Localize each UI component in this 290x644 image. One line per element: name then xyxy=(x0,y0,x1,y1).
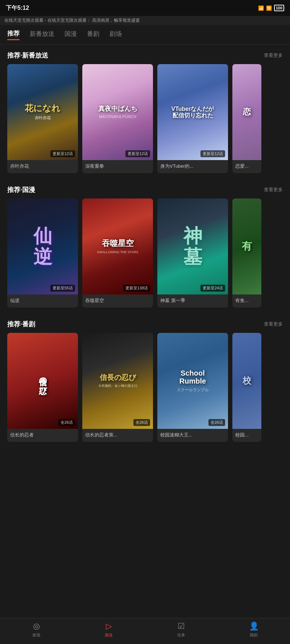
content-area: 推荐·新番放送 查看更多 花になれ 亦叶亦花 更新至12话 亦叶亦花 真夜中ばん… xyxy=(0,45,290,498)
nav-task[interactable]: ☑ 任务 xyxy=(145,622,218,638)
poster-title-xianni: 仙逆 xyxy=(33,226,52,267)
badge-yeyahu: 更新至12话 xyxy=(50,150,75,157)
tab-guoman[interactable]: 国漫 xyxy=(65,30,77,39)
ad-banner: 在线天堂无限次观看 - 在线天堂无限次观看： 高清画质，畅享视觉盛宴 xyxy=(0,16,290,25)
poster-lianai: 恋 xyxy=(232,64,261,160)
title-yeyahu: 亦叶亦花 xyxy=(7,160,78,173)
signal-icon: 📶 xyxy=(258,5,264,11)
channel-icon: ▷ xyxy=(106,622,112,631)
card-tunshi[interactable]: 吞噬星空 SWALLOWING THE STARS 更新至138话 吞噬星空 xyxy=(82,198,153,308)
poster-title-school: SchoolRumble xyxy=(179,369,206,385)
poster-title-nobu2: 信長の忍び xyxy=(100,373,136,381)
nav-tabs: 推荐 新番放送 国漫 番剧 剧场 xyxy=(0,25,290,45)
mine-label: 我的 xyxy=(250,632,258,638)
section-header-guoman: 推荐·国漫 查看更多 xyxy=(0,179,290,198)
card-nobunaga1[interactable]: 信長の忍び 全26话 信长的忍者 xyxy=(7,333,78,442)
badge-school-rumble: 全26话 xyxy=(208,419,225,426)
section-more-new[interactable]: 查看更多 xyxy=(264,52,283,59)
poster-title-tunshi: 吞噬星空 xyxy=(102,239,134,248)
title-school-rumble: 校园迷糊大王... xyxy=(157,429,228,442)
poster-xianni: 仙逆 更新至55话 xyxy=(7,198,78,294)
poster-youxi: 有 xyxy=(232,198,261,294)
poster-nobunaga2: 信長の忍び 大布施戦・金ヶ崎の退き口 全26话 xyxy=(82,333,153,429)
discover-label: 发现 xyxy=(32,632,40,638)
badge-vtuber: 更新至12话 xyxy=(200,150,225,157)
card-school-rumble[interactable]: SchoolRumble スクールランブル 全26话 校园迷糊大王... xyxy=(157,333,228,442)
poster-shenyechongquan: 真夜中ばんち MAYONAKA PUNCH 更新至12话 xyxy=(82,64,153,160)
card-xianni[interactable]: 仙逆 更新至55话 仙逆 xyxy=(7,198,78,308)
title-shenyechongquan: 深夜重拳 xyxy=(82,160,153,173)
title-xiaoyuan2: 校园... xyxy=(232,429,261,442)
guoman-row: 仙逆 更新至55话 仙逆 吞噬星空 SWALLOWING THE STARS 更… xyxy=(0,198,290,313)
status-time: 下午5:12 xyxy=(6,4,29,12)
poster-title-shenmu: 神墓 xyxy=(183,226,202,267)
title-xianni: 仙逆 xyxy=(7,294,78,308)
poster-xiaoyuan2: 校 xyxy=(232,333,261,429)
card-youxi[interactable]: 有 有鱼... xyxy=(232,198,261,308)
card-shenmu[interactable]: 神墓 更新至24话 神墓 第一季 xyxy=(157,198,228,308)
poster-title-vtuber: VTuberなんだが配信切り忘れた xyxy=(171,106,214,118)
title-nobunaga2: 信长的忍者第... xyxy=(82,429,153,442)
nav-discover[interactable]: ◎ 发现 xyxy=(0,622,72,638)
battery-indicator: 100 xyxy=(274,5,284,11)
section-header-new: 推荐·新番放送 查看更多 xyxy=(0,45,290,64)
card-yeyahu[interactable]: 花になれ 亦叶亦花 更新至12话 亦叶亦花 xyxy=(7,64,78,173)
card-xiaoyuan2[interactable]: 校 校园... xyxy=(232,333,261,442)
section-title-new: 推荐·新番放送 xyxy=(7,51,48,60)
badge-xianni: 更新至55话 xyxy=(50,285,75,292)
poster-title-yeyahu: 花になれ xyxy=(25,104,61,113)
tab-new-series[interactable]: 新番放送 xyxy=(30,30,54,39)
title-vtuber: 身为VTuber的... xyxy=(157,160,228,173)
poster-vtuber: VTuberなんだが配信切り忘れた 更新至12话 xyxy=(157,64,228,160)
badge-shenmu: 更新至24话 xyxy=(200,285,225,292)
bottom-nav: ◎ 发现 ▷ 频道 ☑ 任务 👤 我的 xyxy=(0,618,290,644)
poster-shenmu: 神墓 更新至24话 xyxy=(157,198,228,294)
card-nobunaga2[interactable]: 信長の忍び 大布施戦・金ヶ崎の退き口 全26话 信长的忍者第... xyxy=(82,333,153,442)
title-youxi: 有鱼... xyxy=(232,294,261,308)
discover-icon: ◎ xyxy=(33,622,40,631)
tab-theater[interactable]: 剧场 xyxy=(109,30,122,39)
poster-title-youxi: 有 xyxy=(242,241,252,252)
badge-nobunaga1: 全26话 xyxy=(58,419,75,426)
section-header-banju: 推荐·番剧 查看更多 xyxy=(0,313,290,333)
banju-row: 信長の忍び 全26话 信长的忍者 信長の忍び 大布施戦・金ヶ崎の退き口 全26话… xyxy=(0,333,290,448)
poster-title-lianai: 恋 xyxy=(243,108,251,116)
task-icon: ☑ xyxy=(178,622,185,631)
mine-icon: 👤 xyxy=(249,622,259,631)
section-more-guoman[interactable]: 查看更多 xyxy=(264,187,283,193)
poster-title-midnight: 真夜中ばんち xyxy=(98,105,137,113)
title-tunshi: 吞噬星空 xyxy=(82,294,153,308)
tab-recommend[interactable]: 推荐 xyxy=(7,29,20,40)
title-nobunaga1: 信长的忍者 xyxy=(7,429,78,442)
badge-nobunaga2: 全26话 xyxy=(133,419,150,426)
card-shenyechongquan[interactable]: 真夜中ばんち MAYONAKA PUNCH 更新至12话 深夜重拳 xyxy=(82,64,153,173)
title-shenmu: 神墓 第一季 xyxy=(157,294,228,308)
card-vtuber[interactable]: VTuberなんだが配信切り忘れた 更新至12话 身为VTuber的... xyxy=(157,64,228,173)
wifi-icon: 🛜 xyxy=(266,5,272,11)
poster-yeyahu: 花になれ 亦叶亦花 更新至12话 xyxy=(7,64,78,160)
status-bar: 下午5:12 📶 🛜 100 xyxy=(0,0,290,16)
section-more-banju[interactable]: 查看更多 xyxy=(264,321,283,327)
new-series-row: 花になれ 亦叶亦花 更新至12话 亦叶亦花 真夜中ばんち MAYONAKA PU… xyxy=(0,64,290,179)
channel-label: 频道 xyxy=(105,632,113,638)
task-label: 任务 xyxy=(177,632,185,638)
poster-nobunaga1: 信長の忍び 全26话 xyxy=(7,333,78,429)
poster-title-nobu1: 信長の忍び xyxy=(38,372,47,390)
poster-school-rumble: SchoolRumble スクールランブル 全26话 xyxy=(157,333,228,429)
nav-channel[interactable]: ▷ 频道 xyxy=(72,622,145,638)
nav-mine[interactable]: 👤 我的 xyxy=(218,622,290,638)
poster-title-xiaoyuan2: 校 xyxy=(243,376,251,385)
card-lianai[interactable]: 恋 恋爱... xyxy=(232,64,261,173)
section-title-guoman: 推荐·国漫 xyxy=(7,185,35,194)
status-icons: 📶 🛜 100 xyxy=(258,5,284,11)
tab-anime[interactable]: 番剧 xyxy=(87,30,99,39)
poster-tunshi: 吞噬星空 SWALLOWING THE STARS 更新至138话 xyxy=(82,198,153,294)
badge-shenyechongquan: 更新至12话 xyxy=(125,150,150,157)
badge-tunshi: 更新至138话 xyxy=(123,285,150,292)
section-title-banju: 推荐·番剧 xyxy=(7,320,35,329)
title-lianai: 恋爱... xyxy=(232,160,261,173)
